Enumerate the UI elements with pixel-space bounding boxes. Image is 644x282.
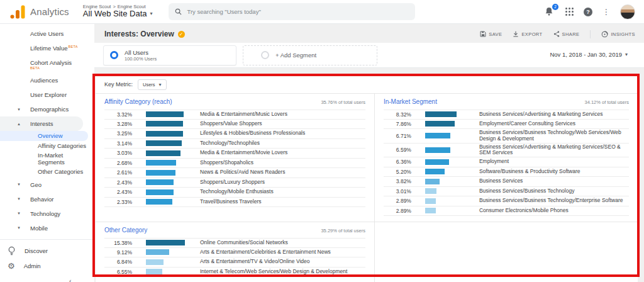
row-percent: 6.71%: [384, 133, 411, 139]
sidebar-item-lifetime-value[interactable]: Lifetime ValueBETA: [0, 41, 94, 55]
search-icon: [175, 8, 182, 15]
bar: [146, 160, 176, 166]
table-row: 6.84%Arts & Entertainment/TV & Video/Onl…: [104, 257, 365, 268]
row-bar: [146, 160, 189, 166]
analytics-logo-icon: [10, 5, 25, 19]
sidebar-item-cohort-analysis[interactable]: Cohort AnalysisBETA: [0, 55, 94, 73]
row-bar: [146, 269, 189, 274]
sidebar-item-interests[interactable]: ▴Interests: [0, 116, 83, 131]
sidebar-item-other-categories[interactable]: Other Categories: [0, 167, 94, 178]
sidebar-divider: [0, 239, 94, 240]
sidebar-item-label: Admin: [24, 262, 41, 269]
sidebar-item-label: Interests: [30, 120, 53, 127]
table-row: 2.89%Business Services/Business Technolo…: [384, 196, 629, 206]
section-title[interactable]: Affinity Category (reach): [104, 98, 172, 105]
table-row: 5.20%Software/Business & Productivity So…: [384, 167, 629, 178]
row-bar: [425, 179, 468, 184]
sidebar-item-active-users[interactable]: Active Users: [0, 26, 94, 41]
sidebar-item-label: Lifetime ValueBETA: [30, 45, 78, 52]
sidebar-item-audiences[interactable]: Audiences: [0, 73, 94, 87]
row-percent: 7.86%: [384, 121, 411, 127]
bar: [146, 150, 180, 156]
bar: [146, 121, 183, 127]
sidebar-item-discover[interactable]: Discover: [0, 244, 94, 259]
row-label: Software/Business & Productivity Softwar…: [479, 169, 629, 175]
row-bar: [146, 199, 189, 205]
search-input[interactable]: [187, 8, 394, 15]
sidebar-item-behavior[interactable]: ▾Behavior: [0, 192, 94, 206]
row-label: Employment/Career Consulting Services: [479, 121, 629, 127]
bar: [425, 208, 436, 213]
row-label: Media & Entertainment/Movie Lovers: [200, 150, 365, 156]
lightbulb-icon: [8, 246, 16, 256]
key-metric-dropdown[interactable]: Users ▾: [138, 79, 167, 90]
row-percent: 6.36%: [384, 159, 411, 165]
row-bar: [425, 198, 468, 204]
search-bar[interactable]: [169, 3, 415, 20]
chevron-down-icon: ▾: [15, 182, 23, 187]
section-title[interactable]: In-Market Segment: [384, 98, 437, 105]
sidebar-item-label: Other Categories: [38, 169, 83, 176]
chevron-down-icon: ▾: [15, 107, 23, 112]
insights-button[interactable]: INSIGHTS: [601, 31, 635, 38]
row-bar: [146, 240, 189, 245]
collapse-sidebar-icon[interactable]: ‹: [69, 277, 72, 282]
row-bar: [425, 159, 468, 165]
avatar[interactable]: [620, 4, 635, 20]
segment-donut-icon: [110, 51, 118, 59]
property-selector[interactable]: Engine Scout>Engine Scout All Web Site D…: [83, 4, 153, 19]
bar: [425, 111, 457, 117]
date-range-selector[interactable]: Nov 1, 2018 - Jan 30, 2019 ▾: [550, 51, 628, 58]
help-icon[interactable]: ?: [584, 8, 592, 16]
apps-grid-icon[interactable]: [565, 8, 574, 16]
sidebar-item-affinity-categories[interactable]: Affinity Categories: [0, 141, 94, 151]
table-row: 2.43%Shoppers/Luxury Shoppers: [104, 178, 365, 188]
brand-name: Analytics: [30, 6, 69, 17]
sidebar-item-demographics[interactable]: ▾Demographics: [0, 102, 94, 116]
segment-detail: 100.00% Users: [125, 56, 157, 62]
bar: [146, 111, 184, 117]
action-label: EXPORT: [521, 31, 542, 37]
sidebar-item-in-market-segments[interactable]: In-Market Segments: [0, 151, 94, 167]
section-total-users: 34.12% of total users: [585, 99, 629, 105]
chevron-down-icon: ▾: [15, 211, 23, 216]
row-bar: [146, 121, 189, 127]
bar: [425, 159, 449, 165]
chevron-down-icon: ▾: [159, 82, 162, 87]
all-users-segment-card[interactable]: All Users 100.00% Users: [103, 45, 236, 65]
chevron-up-icon: ▴: [15, 121, 23, 127]
table-row: 9.12%Arts & Entertainment/Celebrities & …: [104, 248, 365, 258]
key-metric-value: Users: [143, 82, 155, 87]
row-label: Business Services/Business Technology/We…: [479, 130, 629, 142]
row-percent: 6.55%: [104, 269, 132, 275]
row-label: Shoppers/Value Shoppers: [200, 121, 365, 127]
notifications-button[interactable]: 2: [544, 6, 555, 18]
row-percent: 5.20%: [384, 169, 411, 175]
sidebar-item-geo[interactable]: ▾Geo: [0, 178, 94, 192]
sidebar-item-overview[interactable]: Overview: [0, 131, 88, 141]
row-percent: 9.12%: [104, 249, 132, 256]
row-percent: 2.33%: [104, 199, 132, 205]
save-button[interactable]: SAVE: [480, 31, 502, 37]
bar: [146, 140, 182, 146]
sidebar-item-technology[interactable]: ▾Technology: [0, 206, 94, 221]
row-bar: [425, 133, 468, 138]
row-label: Arts & Entertainment/TV & Video/Online V…: [200, 259, 365, 265]
sidebar-item-user-explorer[interactable]: User Explorer: [0, 87, 94, 102]
sidebar-item-admin[interactable]: ⚙Admin: [0, 259, 94, 274]
more-vert-icon[interactable]: ⋮: [602, 8, 610, 16]
row-label: Business Services: [479, 178, 629, 184]
add-segment-button[interactable]: + Add Segment: [243, 45, 377, 65]
section-title[interactable]: Other Category: [104, 227, 147, 234]
row-label: Business Services/Business Technology/En…: [479, 198, 629, 204]
row-bar: [146, 259, 189, 265]
sidebar-item-label: Demographics: [30, 106, 69, 113]
row-label: Shoppers/Luxury Shoppers: [200, 179, 365, 186]
row-percent: 2.89%: [384, 198, 411, 204]
share-button[interactable]: SHARE: [553, 31, 580, 37]
row-percent: 3.14%: [104, 140, 132, 147]
sidebar-item-mobile[interactable]: ▾Mobile: [0, 221, 94, 235]
export-button[interactable]: EXPORT: [513, 31, 542, 37]
sidebar-item-label: Cohort AnalysisBETA: [30, 59, 72, 70]
table-row: 2.33%Travel/Business Travelers: [104, 198, 365, 208]
